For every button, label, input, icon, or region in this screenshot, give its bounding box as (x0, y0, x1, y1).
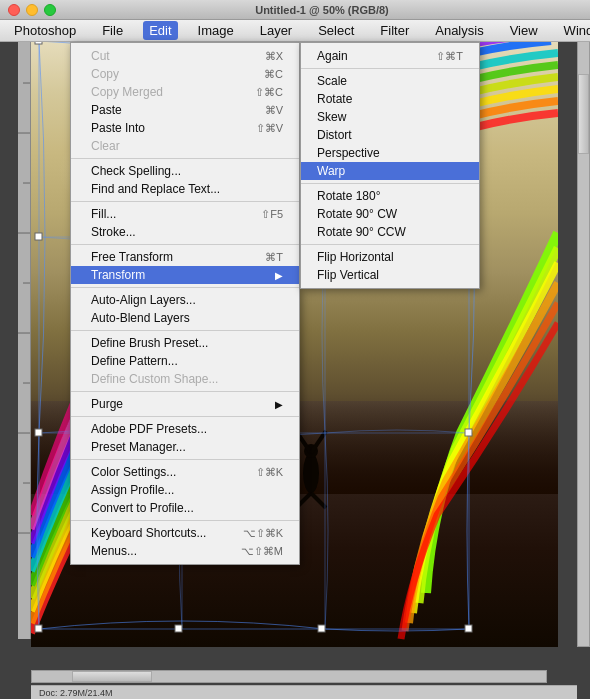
submenu-separator-2 (301, 183, 479, 184)
menu-item-transform[interactable]: Transform ▶ (71, 266, 299, 284)
submenu-item-rotate-180[interactable]: Rotate 180° (301, 187, 479, 205)
svg-rect-38 (465, 625, 472, 632)
menu-item-cut[interactable]: Cut ⌘X (71, 47, 299, 65)
submenu-item-flip-horizontal[interactable]: Flip Horizontal (301, 248, 479, 266)
menu-item-copy-merged[interactable]: Copy Merged ⇧⌘C (71, 83, 299, 101)
menu-view[interactable]: View (504, 21, 544, 40)
separator-2 (71, 201, 299, 202)
submenu-item-again[interactable]: Again ⇧⌘T (301, 47, 479, 65)
svg-rect-46 (465, 429, 472, 436)
menu-item-define-pattern[interactable]: Define Pattern... (71, 352, 299, 370)
submenu-item-rotate[interactable]: Rotate (301, 90, 479, 108)
menu-item-paste-into[interactable]: Paste Into ⇧⌘V (71, 119, 299, 137)
menu-item-menus[interactable]: Menus... ⌥⇧⌘M (71, 542, 299, 560)
menu-item-color-settings[interactable]: Color Settings... ⇧⌘K (71, 463, 299, 481)
submenu-item-skew[interactable]: Skew (301, 108, 479, 126)
separator-3 (71, 244, 299, 245)
menu-edit[interactable]: Edit (143, 21, 177, 40)
menu-filter[interactable]: Filter (374, 21, 415, 40)
menu-item-preset-manager[interactable]: Preset Manager... (71, 438, 299, 456)
separator-8 (71, 459, 299, 460)
menu-item-auto-blend[interactable]: Auto-Blend Layers (71, 309, 299, 327)
menu-item-clear[interactable]: Clear (71, 137, 299, 155)
submenu-separator-3 (301, 244, 479, 245)
edit-menu-dropdown: Cut ⌘X Copy ⌘C Copy Merged ⇧⌘C Paste ⌘V … (70, 42, 300, 565)
submenu-item-flip-vertical[interactable]: Flip Vertical (301, 266, 479, 284)
svg-point-24 (303, 453, 319, 493)
menu-select[interactable]: Select (312, 21, 360, 40)
submenu-item-warp[interactable]: Warp (301, 162, 479, 180)
status-text: Doc: 2.79M/21.4M (39, 688, 113, 698)
submenu-item-distort[interactable]: Distort (301, 126, 479, 144)
svg-rect-12 (18, 33, 30, 639)
submenu-item-rotate-90cw[interactable]: Rotate 90° CW (301, 205, 479, 223)
photoshop-window: Untitled-1 @ 50% (RGB/8) Photoshop File … (0, 0, 590, 699)
menu-file[interactable]: File (96, 21, 129, 40)
menu-item-fill[interactable]: Fill... ⇧F5 (71, 205, 299, 223)
separator-5 (71, 330, 299, 331)
window-titlebar: Untitled-1 @ 50% (RGB/8) (0, 0, 590, 20)
menu-image[interactable]: Image (192, 21, 240, 40)
svg-rect-43 (35, 233, 42, 240)
separator-9 (71, 520, 299, 521)
menu-item-stroke[interactable]: Stroke... (71, 223, 299, 241)
menu-item-convert-profile[interactable]: Convert to Profile... (71, 499, 299, 517)
scrollbar-vertical[interactable] (577, 33, 590, 647)
svg-rect-41 (175, 625, 182, 632)
separator-4 (71, 287, 299, 288)
separator-7 (71, 416, 299, 417)
menu-photoshop[interactable]: Photoshop (8, 21, 82, 40)
scrollbar-horizontal[interactable] (31, 670, 547, 683)
svg-rect-37 (35, 625, 42, 632)
menu-item-find-replace[interactable]: Find and Replace Text... (71, 180, 299, 198)
menu-analysis[interactable]: Analysis (429, 21, 489, 40)
menu-item-assign-profile[interactable]: Assign Profile... (71, 481, 299, 499)
separator-1 (71, 158, 299, 159)
svg-line-27 (311, 431, 326, 453)
menu-layer[interactable]: Layer (254, 21, 299, 40)
submenu-item-perspective[interactable]: Perspective (301, 144, 479, 162)
ruler-vertical (18, 33, 31, 639)
submenu-separator-1 (301, 68, 479, 69)
menu-item-copy[interactable]: Copy ⌘C (71, 65, 299, 83)
menu-item-adobe-pdf[interactable]: Adobe PDF Presets... (71, 420, 299, 438)
menu-bar: Photoshop File Edit Image Layer Select F… (0, 20, 590, 42)
svg-rect-44 (35, 429, 42, 436)
window-title: Untitled-1 @ 50% (RGB/8) (62, 4, 582, 16)
status-bar: Doc: 2.79M/21.4M (31, 685, 577, 699)
menu-item-auto-align[interactable]: Auto-Align Layers... (71, 291, 299, 309)
separator-6 (71, 391, 299, 392)
menu-item-keyboard-shortcuts[interactable]: Keyboard Shortcuts... ⌥⇧⌘K (71, 524, 299, 542)
menu-item-check-spelling[interactable]: Check Spelling... (71, 162, 299, 180)
svg-line-29 (311, 493, 326, 508)
menu-item-free-transform[interactable]: Free Transform ⌘T (71, 248, 299, 266)
submenu-item-scale[interactable]: Scale (301, 72, 479, 90)
transform-submenu: Again ⇧⌘T Scale Rotate Skew Distort Pers… (300, 42, 480, 289)
svg-rect-42 (318, 625, 325, 632)
menu-item-purge[interactable]: Purge ▶ (71, 395, 299, 413)
minimize-button[interactable] (26, 4, 38, 16)
menu-item-define-brush[interactable]: Define Brush Preset... (71, 334, 299, 352)
maximize-button[interactable] (44, 4, 56, 16)
menu-window[interactable]: Window (558, 21, 590, 40)
close-button[interactable] (8, 4, 20, 16)
menu-item-paste[interactable]: Paste ⌘V (71, 101, 299, 119)
menu-item-define-custom-shape[interactable]: Define Custom Shape... (71, 370, 299, 388)
submenu-item-rotate-90ccw[interactable]: Rotate 90° CCW (301, 223, 479, 241)
